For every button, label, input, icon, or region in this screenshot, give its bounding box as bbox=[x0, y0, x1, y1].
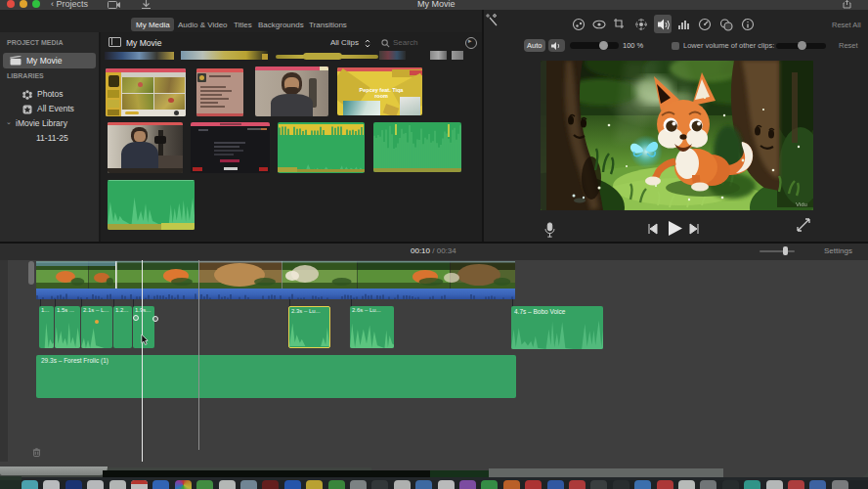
svg-text:Vidu: Vidu bbox=[796, 201, 807, 207]
